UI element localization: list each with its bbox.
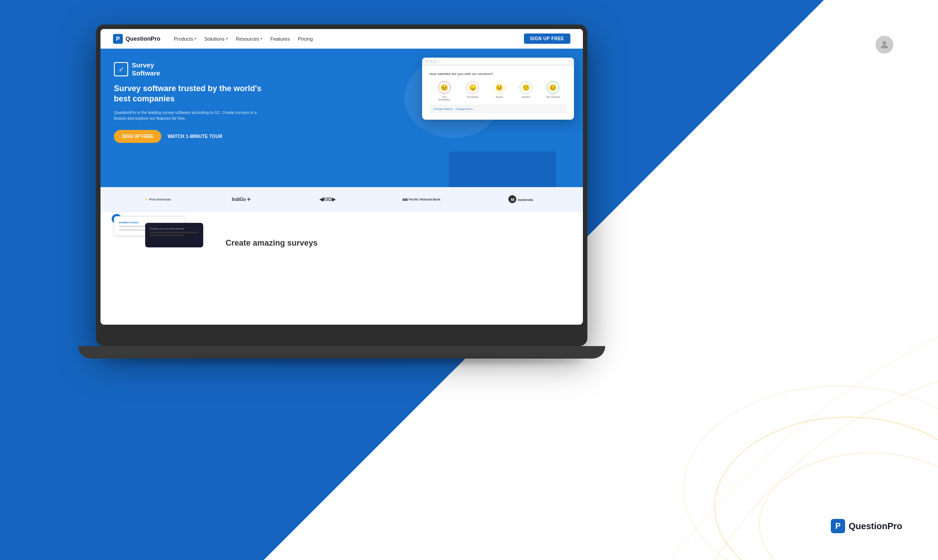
face-icon-neutral: 😐 (493, 81, 506, 94)
face-label-dis: Dissatisfied (467, 96, 478, 98)
svg-text:▮▮▮ Pacific National Bank: ▮▮▮ Pacific National Bank (402, 198, 440, 201)
hero-buttons: SIGN UP FREE WATCH 1-MINUTE TOUR (114, 130, 266, 143)
svg-text:M: M (511, 197, 515, 202)
face-satisfied: 🙂 Satisfied (519, 81, 532, 101)
nav-products[interactable]: Products ▾ (174, 36, 196, 42)
chevron-down-icon: ▾ (260, 37, 262, 41)
avatar (875, 36, 893, 54)
svg-text:IndiGo ✈: IndiGo ✈ (232, 197, 251, 202)
hero-badge-text: Survey Software (132, 61, 160, 77)
face-label-sat: Satisfied (522, 96, 530, 98)
hero-cta-primary[interactable]: SIGN UP FREE (114, 130, 161, 143)
mockup-url-bar (440, 59, 568, 64)
background: P QuestionPro P QuestionPro Products ▾ (0, 0, 938, 560)
svg-point-1 (759, 453, 938, 560)
bottom-text: Create amazing surveys (226, 238, 570, 248)
svg-text:⚡ First American: ⚡ First American (144, 197, 171, 201)
svg-point-3 (883, 41, 886, 45)
footer-logo-area: P QuestionPro (831, 519, 902, 533)
logos-section: ⚡ First American IndiGo ✈ ◀KIO▶ ▮▮▮ Paci… (100, 187, 583, 212)
footer-link-2[interactable]: Change Action (456, 108, 473, 110)
svg-text:motorola: motorola (518, 198, 533, 202)
nav-features[interactable]: Features (270, 36, 289, 42)
mockup-titlebar (422, 58, 574, 66)
laptop-screen: P QuestionPro Products ▾ Solutions ▾ Res… (100, 29, 583, 325)
svg-point-0 (715, 417, 938, 560)
logo-motorola: M motorola (508, 194, 539, 204)
svg-text:◀KIO▶: ◀KIO▶ (319, 196, 336, 202)
laptop: P QuestionPro Products ▾ Solutions ▾ Res… (96, 25, 587, 346)
nav-resources[interactable]: Resources ▾ (236, 36, 263, 42)
mockup-content: How satisfied are you with our services?… (422, 66, 574, 120)
mockup-footer: Change Notices Change Action (429, 104, 567, 113)
hero-title: Survey software trusted by the world's b… (114, 84, 266, 104)
nav-links: Products ▾ Solutions ▾ Resources ▾ Featu… (174, 36, 524, 42)
hero-subtitle: QuestionPro is the leading survey softwa… (114, 110, 266, 122)
bottom-section: + multiple choice Choose your favorite d… (100, 212, 583, 274)
footer-link-1[interactable]: Change Notices (434, 108, 453, 110)
hero-left: ✓ Survey Software Survey software truste… (114, 61, 266, 143)
footer-logo-icon: P (831, 519, 845, 533)
logo-pacific-national-bank: ▮▮▮ Pacific National Bank (402, 194, 447, 204)
face-very-satisfied: 😊 Very Satisfied (546, 81, 560, 101)
hero-badge: ✓ Survey Software (114, 61, 266, 77)
navbar: P QuestionPro Products ▾ Solutions ▾ Res… (100, 29, 583, 49)
hero-section: ✓ Survey Software Survey software truste… (100, 49, 583, 187)
question-placeholder: Choose your favorite dessert (150, 227, 199, 230)
nav-solutions[interactable]: Solutions ▾ (204, 36, 227, 42)
face-icon-very-dis: 😣 (438, 81, 451, 94)
logo-area[interactable]: P QuestionPro (113, 34, 160, 44)
face-icon-sat: 🙂 (519, 81, 532, 94)
tablet-mockup (449, 151, 556, 187)
logo-first-american: ⚡ First American (144, 194, 171, 204)
logo-icon: P (113, 34, 123, 44)
bottom-survey-mockup: + multiple choice Choose your favorite d… (114, 216, 212, 270)
laptop-shadow (100, 359, 583, 363)
bottom-heading: Create amazing surveys (226, 238, 570, 248)
logo-text: QuestionPro (126, 35, 160, 42)
chevron-down-icon: ▾ (194, 37, 196, 41)
hero-cta-tour[interactable]: WATCH 1-MINUTE TOUR (168, 134, 222, 139)
chevron-down-icon: ▾ (226, 37, 228, 41)
footer-logo-text: QuestionPro (849, 521, 902, 531)
mockup-faces: 😣 Very Dissatisfied 😞 Dissatisfied 😐 Neu… (429, 81, 567, 101)
face-icon-dis: 😞 (466, 81, 479, 94)
laptop-base (78, 346, 605, 359)
face-very-dissatisfied: 😣 Very Dissatisfied (436, 81, 452, 101)
survey-mockup: How satisfied are you with our services?… (422, 58, 574, 120)
logo-indigo: IndiGo ✈ (232, 194, 259, 204)
mockup-question: How satisfied are you with our services? (429, 72, 567, 76)
face-label-very-dis: Very Dissatisfied (436, 96, 452, 101)
face-label-neutral: Neutral (496, 96, 503, 98)
logo-kio: ◀KIO▶ (319, 194, 342, 204)
mockup-dot-3 (434, 60, 436, 63)
nav-pricing[interactable]: Pricing (298, 36, 313, 42)
face-neutral: 😐 Neutral (493, 81, 506, 101)
checkmark-icon: ✓ (114, 62, 128, 76)
signup-button[interactable]: SIGN UP FREE (524, 33, 570, 44)
face-label-very-sat: Very Satisfied (546, 96, 560, 98)
mockup-dot-1 (426, 60, 428, 63)
face-dissatisfied: 😞 Dissatisfied (466, 81, 479, 101)
mockup-dot-2 (430, 60, 432, 63)
bottom-card-dark: Choose your favorite dessert (145, 223, 203, 247)
face-icon-very-sat: 😊 (547, 81, 559, 94)
